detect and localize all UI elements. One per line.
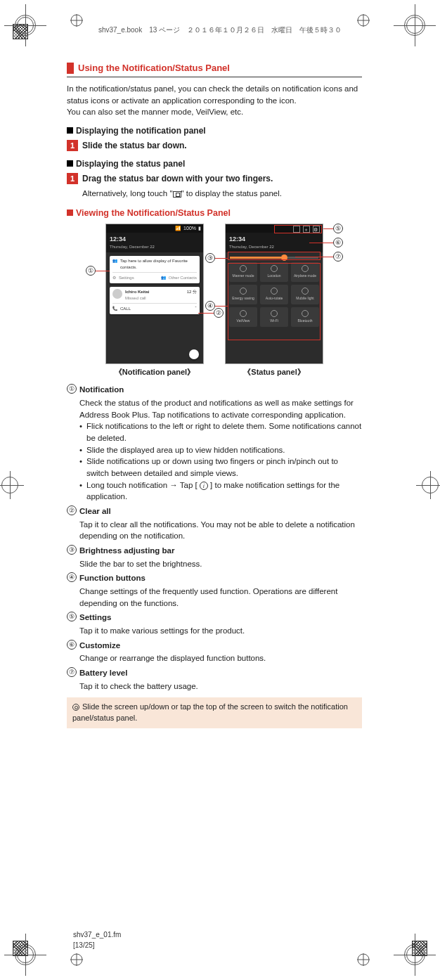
note-ring-icon: [72, 704, 79, 711]
def-body-text: Tap it to check the battery usage.: [79, 681, 362, 692]
def-num-3-icon: ③: [67, 545, 77, 555]
callout-1-icon: ①: [86, 266, 96, 276]
function-tile: Mobile light: [291, 285, 319, 304]
status-panel-screenshot: ＋⚙ 12:34Thursday, December 22 Manner mod…: [225, 224, 323, 364]
subhead-viewing-panel: Viewing the Notification/Status Panel: [67, 207, 362, 219]
step-text: Drag the status bar down with your two f…: [82, 173, 273, 185]
def-body-text: Tap it to make various settings for the …: [79, 625, 362, 637]
avatar-icon: [112, 289, 122, 299]
def-bullet: Long touch notification → Tap [ i ] to m…: [79, 479, 362, 503]
def-body-text: Tap it to clear all the notifications. Y…: [79, 519, 362, 542]
step-row: 1 Drag the status bar down with your two…: [67, 173, 362, 185]
def-bullet: Slide notifications up or down using two…: [79, 456, 362, 479]
section-title-row: Using the Notification/Status Panel: [67, 62, 362, 77]
def-num-4-icon: ④: [67, 572, 77, 582]
contacts-icon: 👥: [112, 258, 117, 270]
signal-bar-icon: 📶: [175, 225, 181, 232]
gear-icon: ⚙: [112, 275, 116, 281]
step-number-icon: 1: [67, 173, 78, 184]
callout-5-icon: ⑤: [333, 224, 343, 233]
intro-paragraph: In the notification/status panel, you ca…: [67, 83, 362, 118]
def-title: Battery level: [79, 667, 127, 679]
note-text: Slide the screen up/down or tap the top …: [72, 702, 348, 722]
step-text: Slide the status bar down.: [82, 140, 187, 152]
def-body-text: Change or rearrange the displayed functi…: [79, 652, 362, 664]
step-number-icon: 1: [67, 140, 78, 151]
intro-text-2: You can also set the manner mode, VeilVi…: [67, 108, 243, 116]
plus-icon: ＋: [303, 226, 310, 233]
function-tile: Energy saving: [229, 285, 257, 304]
subhead-notification-panel: Displaying the notification panel: [67, 125, 362, 137]
def-bullet: Slide the displayed area up to view hidd…: [79, 444, 362, 456]
recent-apps-icon: [173, 191, 181, 198]
note-box: Slide the screen up/down or tap the top …: [67, 697, 362, 728]
page-content: Using the Notification/Status Panel In t…: [67, 62, 362, 728]
def-num-6-icon: ⑥: [67, 640, 77, 650]
hatched-square-icon: [412, 941, 427, 956]
def-num-5-icon: ⑤: [67, 612, 77, 621]
battery-box-icon: [293, 226, 300, 233]
chevron-up-icon: ˄: [195, 306, 197, 312]
callout-2-icon: ②: [214, 308, 224, 318]
people-icon: 👥: [161, 275, 166, 281]
def-body-text: Change settings of the frequently used f…: [79, 586, 362, 609]
def-title: Customize: [79, 640, 120, 652]
function-tile: VeilView: [229, 307, 257, 327]
def-title: Notification: [79, 384, 124, 396]
phone-icon: 📞: [112, 306, 117, 312]
step-subtext: Alternatively, long touch "" to display …: [82, 188, 362, 200]
def-title: Settings: [79, 612, 111, 624]
book-header-text: shv37_e.book 13 ページ ２０１６年１０月２６日 水曜日 午後５時…: [98, 25, 342, 36]
gear-icon: ⚙: [313, 226, 320, 233]
panel-screenshots: 📶100%▮ 12:34Thursday, December 22 👥Tap h…: [67, 224, 362, 378]
def-num-1-icon: ①: [67, 384, 77, 394]
intro-text-1: In the notification/status panel, you ca…: [67, 84, 358, 105]
hatched-square-icon: [13, 941, 28, 956]
callout-6-icon: ⑥: [333, 238, 343, 247]
function-tile: Wi-Fi: [260, 307, 288, 327]
function-tile: Auto-rotate: [260, 285, 288, 304]
info-icon: i: [200, 482, 208, 490]
register-mark-icon: [357, 953, 370, 966]
definitions-list: ①Notification Check the status of the pr…: [67, 384, 362, 692]
section-bar-icon: [67, 63, 74, 74]
register-mark-icon: [70, 953, 83, 966]
panel-label-right: 《Status panel》: [225, 367, 323, 378]
function-tile: Bluetooth: [291, 307, 319, 327]
subhead-status-panel: Displaying the status panel: [67, 158, 362, 170]
def-title: Function buttons: [79, 572, 145, 584]
function-tile: Manner mode: [229, 262, 257, 282]
battery-icon: ▮: [198, 225, 201, 232]
callout-4-icon: ④: [205, 301, 215, 311]
callout-3-icon: ③: [205, 253, 215, 263]
def-body-text: Check the status of the product and noti…: [79, 397, 362, 420]
def-num-2-icon: ②: [67, 505, 77, 515]
callout-7-icon: ⑦: [333, 252, 343, 262]
panel-label-left: 《Notification panel》: [105, 367, 204, 378]
step-row: 1 Slide the status bar down.: [67, 140, 362, 152]
footer-filename: shv37_e_01.fm [13/25]: [73, 930, 121, 950]
book-header: shv37_e.book 13 ページ ２０１６年１０月２６日 水曜日 午後５時…: [0, 25, 440, 36]
def-bullet: Flick notifications to the left or right…: [79, 420, 362, 444]
def-title: Brightness adjusting bar: [79, 545, 174, 557]
notification-panel-screenshot: 📶100%▮ 12:34Thursday, December 22 👥Tap h…: [105, 224, 204, 364]
function-tile: Airplane mode: [291, 262, 319, 282]
section-title: Using the Notification/Status Panel: [78, 62, 230, 75]
def-body-text: Slide the bar to set the brightness.: [79, 558, 362, 570]
clear-all-button-screenshot: [189, 349, 199, 359]
def-num-7-icon: ⑦: [67, 667, 77, 677]
function-tile: Location: [260, 262, 288, 282]
def-title: Clear all: [79, 505, 111, 517]
